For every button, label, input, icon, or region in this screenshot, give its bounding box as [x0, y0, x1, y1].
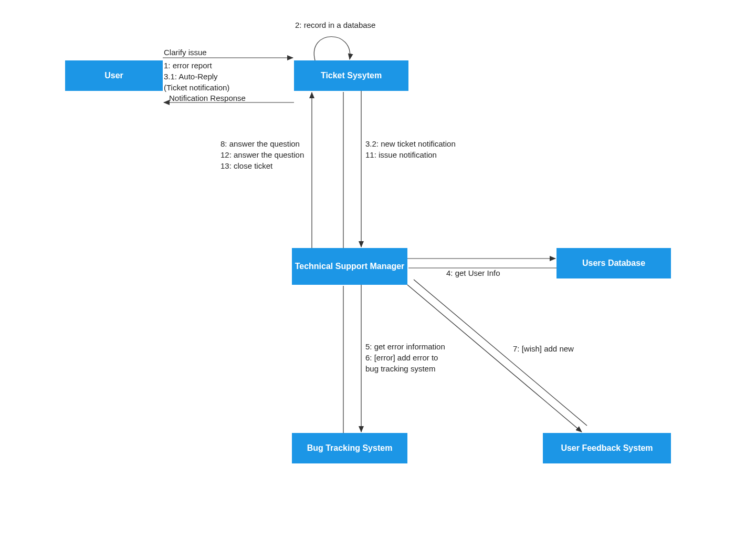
label-error-report: 1: error report	[164, 60, 212, 71]
label-auto-reply-2: (Ticket notification)	[164, 82, 229, 93]
node-bug-tracking-label: Bug Tracking System	[307, 443, 393, 453]
node-user: User	[65, 60, 163, 91]
label-get-error-3: bug tracking system	[365, 364, 435, 374]
node-ticket-system: Ticket Sysytem	[294, 60, 408, 91]
label-notification-response: Notification Response	[169, 93, 246, 104]
diagram-canvas: User Ticket Sysytem Technical Support Ma…	[0, 0, 756, 537]
label-wish-add-new: 7: [wish] add new	[513, 344, 574, 354]
label-get-error-2: 6: [error] add error to	[365, 353, 438, 363]
node-user-label: User	[104, 70, 123, 80]
label-auto-reply-1: 3.1: Auto-Reply	[164, 71, 218, 82]
label-new-ticket-2: 11: issue notification	[365, 150, 437, 160]
node-users-db: Users Database	[556, 248, 671, 278]
label-answer-2: 12: answer the question	[220, 150, 304, 160]
node-tech-support: Technical Support Manager	[292, 248, 407, 285]
node-tech-support-label: Technical Support Manager	[295, 261, 405, 271]
label-answer-3: 13: close ticket	[220, 161, 272, 171]
node-users-db-label: Users Database	[582, 258, 645, 268]
label-get-error-1: 5: get error information	[365, 342, 445, 352]
label-clarify-issue: Clarify issue	[164, 47, 207, 58]
node-ticket-system-label: Ticket Sysytem	[321, 70, 382, 80]
node-user-feedback: User Feedback System	[543, 433, 671, 463]
node-bug-tracking: Bug Tracking System	[292, 433, 407, 463]
node-user-feedback-label: User Feedback System	[561, 443, 653, 453]
label-get-user-info: 4: get User Info	[446, 268, 500, 278]
label-new-ticket-1: 3.2: new ticket notification	[365, 139, 456, 149]
label-answer-1: 8: answer the question	[220, 139, 300, 149]
label-record-db: 2: record in a database	[295, 20, 375, 30]
